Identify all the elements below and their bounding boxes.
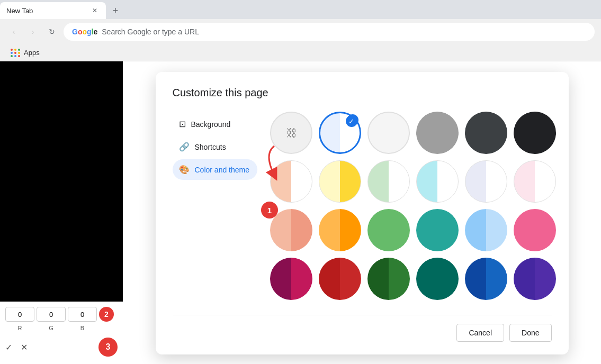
address-placeholder: Search Google or type a URL [102, 28, 199, 36]
g-label: G [37, 325, 66, 331]
address-input[interactable]: Google Search Google or type a URL [64, 23, 595, 41]
new-tab-button[interactable]: + [108, 3, 123, 18]
nav-background-label: Background [191, 120, 231, 129]
selected-check: ✓ [347, 114, 358, 126]
swatch-pink[interactable] [514, 209, 556, 251]
address-bar: ‹ › ↻ Google Search Google or type a URL [0, 19, 601, 44]
browser-frame: New Tab ✕ + ‹ › ↻ Google Search Google o… [0, 0, 601, 364]
nav-shortcuts[interactable]: 🔗 Shortcuts [173, 136, 257, 157]
swatch-dark-gray[interactable] [465, 112, 507, 154]
color-inputs-panel: 0 0 0 2 R G B ✓ ✕ 3 [0, 302, 123, 364]
back-button[interactable]: ‹ [6, 24, 21, 39]
swatch-dark-teal[interactable] [416, 258, 459, 300]
swatch-default-link[interactable]: ⛓ [270, 112, 312, 154]
swatch-green-white[interactable] [367, 160, 410, 203]
nav-color-theme-label: Color and theme [195, 166, 250, 174]
page-content: 0 0 0 2 R G B ✓ ✕ 3 [0, 61, 601, 364]
shortcuts-icon: 🔗 [179, 142, 190, 152]
nav-color-theme[interactable]: 🎨 Color and theme [173, 159, 257, 180]
swatch-green[interactable] [367, 209, 410, 251]
swatch-lavender-white[interactable] [465, 160, 507, 203]
tab-bar: New Tab ✕ + [0, 0, 601, 19]
cancel-button[interactable]: Cancel [456, 324, 504, 342]
rgb-input-row: 0 0 0 2 [5, 307, 118, 322]
dialog-title: Customize this page [173, 87, 552, 99]
background-icon: ⊡ [179, 119, 186, 129]
b-input[interactable]: 0 [68, 307, 97, 322]
badge-3: 3 [98, 338, 118, 357]
swatch-white[interactable] [367, 112, 410, 154]
customize-dialog: Customize this page ⊡ Background 🔗 Short… [156, 72, 569, 354]
bookmarks-bar: Apps [0, 44, 601, 61]
left-panel: 0 0 0 2 R G B ✓ ✕ 3 [0, 61, 123, 364]
swatch-blue-light[interactable] [465, 209, 507, 251]
cancel-icon[interactable]: ✕ [21, 342, 28, 352]
done-button[interactable]: Done [509, 324, 551, 342]
swatch-gray[interactable] [416, 112, 459, 154]
google-logo: Google [72, 28, 97, 36]
apps-label: Apps [24, 49, 40, 57]
nav-shortcuts-label: Shortcuts [195, 143, 226, 151]
badge-2: 2 [99, 307, 114, 322]
swatch-purple[interactable] [514, 258, 556, 300]
active-tab[interactable]: New Tab ✕ [0, 2, 106, 19]
tab-title: New Tab [6, 7, 33, 15]
swatch-peach-white[interactable] [270, 160, 312, 203]
action-row: ✓ ✕ 3 [5, 335, 118, 359]
swatch-maroon[interactable] [270, 258, 312, 300]
swatch-orange[interactable] [319, 209, 361, 251]
swatch-selected[interactable]: ✓ [319, 112, 361, 154]
swatch-peach[interactable] [270, 209, 312, 251]
color-theme-icon: 🎨 [179, 165, 190, 175]
swatch-pink-white[interactable] [514, 160, 556, 203]
swatch-black[interactable] [514, 112, 556, 154]
b-label: B [68, 325, 97, 331]
swatch-forest-green[interactable] [367, 258, 410, 300]
r-label: R [5, 325, 34, 331]
nav-background[interactable]: ⊡ Background [173, 114, 257, 134]
color-section: ⛓ ✓ [257, 112, 556, 300]
swatch-dark-blue[interactable] [465, 258, 507, 300]
swatch-red-dark[interactable] [319, 258, 361, 300]
swatch-teal[interactable] [416, 209, 459, 251]
dialog-footer: Cancel Done [173, 315, 552, 342]
confirm-icon[interactable]: ✓ [5, 342, 12, 352]
g-input[interactable]: 0 [37, 307, 66, 322]
forward-button[interactable]: › [25, 24, 40, 39]
rgb-labels: R G B [5, 325, 118, 331]
close-tab-button[interactable]: ✕ [90, 6, 100, 15]
dialog-body: ⊡ Background 🔗 Shortcuts 🎨 Color and the… [173, 112, 552, 300]
swatch-teal-white[interactable] [416, 160, 459, 203]
swatch-yellow[interactable] [319, 160, 361, 203]
main-area: 1 Customize this page ⊡ Background 🔗 Sho… [123, 61, 601, 364]
r-input[interactable]: 0 [5, 307, 34, 322]
badge-1: 1 [261, 202, 278, 219]
apps-button[interactable]: Apps [6, 47, 44, 59]
dialog-nav: ⊡ Background 🔗 Shortcuts 🎨 Color and the… [173, 112, 257, 300]
reload-button[interactable]: ↻ [44, 24, 59, 39]
color-grid: ⛓ ✓ [270, 112, 556, 300]
apps-grid-icon [11, 49, 21, 57]
check-x-buttons: ✓ ✕ [5, 342, 28, 352]
